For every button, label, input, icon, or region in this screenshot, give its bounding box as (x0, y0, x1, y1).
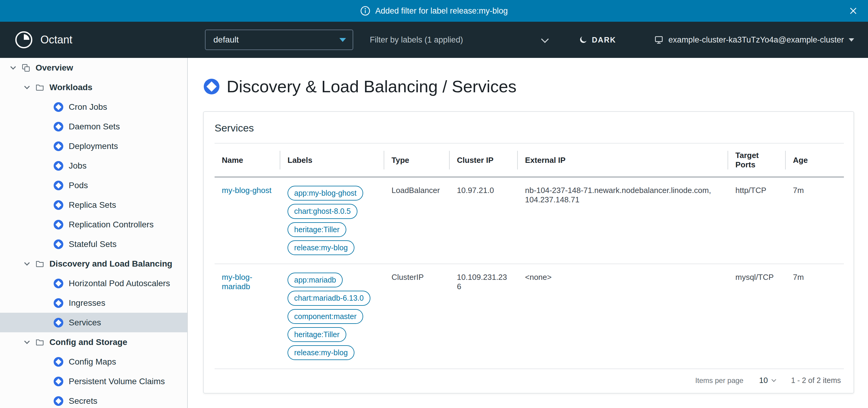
label-filter-dropdown[interactable]: Filter by labels (1 applied) (370, 35, 548, 45)
close-icon[interactable] (849, 6, 858, 16)
ingresses-icon (54, 298, 63, 308)
sidebar-item-services[interactable]: Services (0, 313, 187, 332)
service-link-my-blog-ghost[interactable]: my-blog-ghost (222, 186, 272, 195)
app-level-alert: Added filter for label release:my-blog (0, 0, 868, 22)
sidebar-item-label: Daemon Sets (69, 122, 120, 132)
sidebar-item-label: Deployments (69, 141, 118, 151)
sidebar-item-ingresses[interactable]: Ingresses (0, 293, 187, 313)
sidebar-item-cron-jobs[interactable]: Cron Jobs (0, 97, 187, 117)
sidebar-group-config-and-storage[interactable]: Config and Storage (0, 332, 187, 352)
replicationcontrollers-icon (54, 220, 63, 230)
sidebar-item-replica-sets[interactable]: Replica Sets (0, 195, 187, 215)
column-header-age: Age (786, 143, 844, 177)
table-pagination: Items per page 10 1 - 2 of 2 items (215, 369, 843, 393)
services-icon (54, 318, 63, 327)
chevron-down-icon[interactable] (23, 262, 31, 266)
chevron-down-icon[interactable] (9, 66, 17, 70)
column-header-cluster-ip: Cluster IP (450, 143, 518, 177)
deployments-icon (54, 141, 63, 151)
chevron-down-icon (849, 38, 854, 41)
services-card: Services Name Labels Type Cluster IP Ext… (203, 111, 854, 394)
sidebar-item-persistent-volume-claims[interactable]: Persistent Volume Claims (0, 372, 187, 391)
column-header-target-ports: Target Ports (728, 143, 786, 177)
sidebar-item-label: Jobs (69, 161, 87, 171)
sidebar-item-label: Stateful Sets (69, 239, 117, 249)
chevron-down-icon[interactable] (23, 85, 31, 89)
chevron-down-icon (771, 377, 776, 382)
info-icon (360, 6, 370, 16)
label-pill[interactable]: heritage:Tiller (287, 327, 346, 342)
services-table: Name Labels Type Cluster IP External IP … (215, 143, 844, 369)
cell-target-ports: http/TCP (728, 177, 786, 264)
alert-message: Added filter for label release:my-blog (375, 6, 508, 16)
cell-cluster-ip: 10.97.21.0 (450, 177, 518, 264)
chevron-down-icon[interactable] (23, 340, 31, 344)
hpa-icon (54, 279, 63, 288)
folder-icon (35, 83, 44, 92)
label-pill[interactable]: app:my-blog-ghost (287, 186, 363, 201)
sidebar-navigation: Overview Workloads Cron Jobs Daemon Sets… (0, 58, 188, 408)
sidebar-item-overview[interactable]: Overview (0, 58, 187, 78)
overview-icon (21, 63, 31, 72)
card-title: Services (215, 112, 843, 134)
cell-external-ip: <none> (518, 264, 728, 369)
theme-toggle-button[interactable]: DARK (579, 35, 616, 44)
items-per-page-label: Items per page (695, 376, 744, 385)
moon-icon (579, 35, 588, 44)
pods-icon (54, 181, 63, 190)
sidebar-item-pods[interactable]: Pods (0, 175, 187, 195)
label-pill[interactable]: app:mariadb (287, 272, 343, 287)
secrets-icon (54, 396, 63, 406)
sidebar-item-deployments[interactable]: Deployments (0, 136, 187, 156)
sidebar-item-replication-controllers[interactable]: Replication Controllers (0, 215, 187, 234)
label-pill[interactable]: release:my-blog (287, 345, 354, 360)
table-row: my-blog-mariadb app:mariadb chart:mariad… (215, 264, 844, 369)
sidebar-item-secrets[interactable]: Secrets (0, 391, 187, 408)
sidebar-item-config-maps[interactable]: Config Maps (0, 352, 187, 372)
sidebar-item-stateful-sets[interactable]: Stateful Sets (0, 234, 187, 254)
jobs-icon (54, 161, 63, 171)
sidebar-item-jobs[interactable]: Jobs (0, 156, 187, 175)
label-pill[interactable]: chart:ghost-8.0.5 (287, 204, 358, 218)
sidebar-item-label: Pods (69, 181, 88, 190)
label-pill[interactable]: release:my-blog (287, 240, 354, 255)
column-header-external-ip: External IP (518, 143, 728, 177)
label-pill[interactable]: heritage:Tiller (287, 222, 346, 237)
host-icon (654, 35, 664, 45)
sidebar-item-label: Services (69, 318, 101, 327)
statefulsets-icon (54, 239, 63, 249)
folder-icon (35, 259, 44, 268)
cluster-selector[interactable]: example-cluster-ka3TuTzYo4a@example-clus… (654, 35, 854, 45)
cell-age: 7m (786, 177, 844, 264)
label-pill[interactable]: component:master (287, 309, 363, 324)
sidebar-group-workloads[interactable]: Workloads (0, 78, 187, 97)
sidebar-item-daemon-sets[interactable]: Daemon Sets (0, 117, 187, 136)
cluster-name: example-cluster-ka3TuTzYo4a@example-clus… (669, 35, 844, 45)
label-pill[interactable]: chart:mariadb-6.13.0 (287, 291, 370, 305)
sidebar-item-horizontal-pod-autoscalers[interactable]: Horizontal Pod Autoscalers (0, 273, 187, 293)
column-header-type: Type (384, 143, 450, 177)
replicasets-icon (54, 200, 63, 210)
namespace-select[interactable]: default (205, 30, 353, 50)
pagination-range: 1 - 2 of 2 items (791, 376, 841, 385)
table-row: my-blog-ghost app:my-blog-ghost chart:gh… (215, 177, 844, 264)
sidebar-group-label: Workloads (50, 83, 93, 92)
cronjobs-icon (54, 102, 63, 112)
octant-logo (14, 30, 33, 49)
sidebar-item-label: Horizontal Pod Autoscalers (69, 279, 170, 288)
daemonsets-icon (54, 122, 63, 132)
sidebar-group-discovery-and-load-balancing[interactable]: Discovery and Load Balancing (0, 254, 187, 273)
column-header-labels: Labels (280, 143, 384, 177)
app-header: Octant default Filter by labels (1 appli… (0, 22, 868, 58)
theme-toggle-label: DARK (592, 36, 616, 44)
service-link-my-blog-mariadb[interactable]: my-blog-mariadb (222, 272, 252, 291)
items-per-page-select[interactable]: 10 (759, 376, 775, 385)
configmaps-icon (54, 357, 63, 367)
app-title: Octant (40, 33, 72, 46)
main-content: Discovery & Load Balancing / Services Se… (188, 58, 868, 408)
sidebar-item-label: Cron Jobs (69, 102, 107, 112)
sidebar-group-label: Discovery and Load Balancing (50, 259, 173, 269)
column-header-name: Name (215, 143, 280, 177)
sidebar-item-label: Replica Sets (69, 200, 116, 210)
sidebar-item-label: Secrets (69, 396, 97, 406)
